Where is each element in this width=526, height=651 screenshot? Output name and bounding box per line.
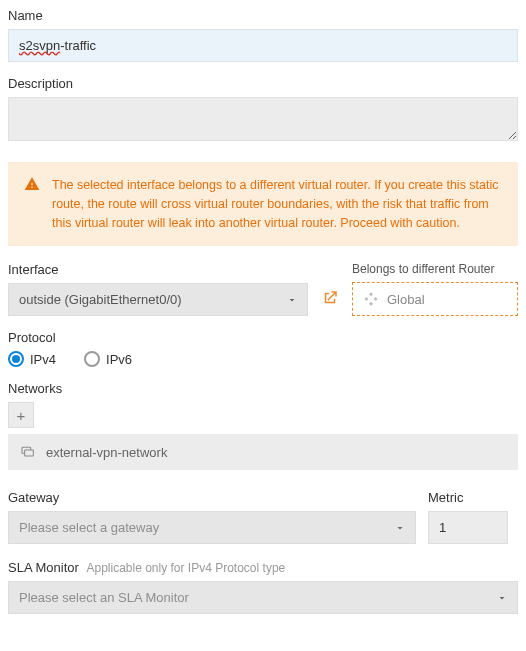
svg-rect-1 <box>25 450 34 456</box>
name-input[interactable]: s2svpn-traffic <box>8 29 518 62</box>
name-value-misspelled: s2svpn <box>19 38 60 53</box>
name-value-rest: -traffic <box>60 38 96 53</box>
metric-label: Metric <box>428 490 518 505</box>
name-label: Name <box>8 8 518 23</box>
protocol-ipv6-label: IPv6 <box>106 352 132 367</box>
radio-selected-icon <box>8 351 24 367</box>
warning-text: The selected interface belongs to a diff… <box>52 176 502 232</box>
description-label: Description <box>8 76 518 91</box>
networks-label: Networks <box>8 381 518 396</box>
protocol-ipv4-label: IPv4 <box>30 352 56 367</box>
description-textarea[interactable] <box>8 97 518 141</box>
belongs-router-value: Global <box>387 292 425 307</box>
network-list-item[interactable]: external-vpn-network <box>8 434 518 470</box>
belongs-router-box: Global <box>352 282 518 316</box>
plus-icon: + <box>17 407 26 424</box>
network-icon <box>20 444 36 460</box>
globe-icon <box>363 291 379 307</box>
metric-input[interactable] <box>428 511 508 544</box>
open-external-icon[interactable] <box>320 282 340 314</box>
sla-hint: Applicable only for IPv4 Protocol type <box>86 561 285 575</box>
interface-select[interactable]: outside (GigabitEthernet0/0) <box>8 283 308 316</box>
interface-label: Interface <box>8 262 308 277</box>
belongs-label: Belongs to different Router <box>352 262 518 276</box>
network-item-label: external-vpn-network <box>46 445 167 460</box>
warning-icon <box>24 176 40 192</box>
warning-alert: The selected interface belongs to a diff… <box>8 162 518 246</box>
gateway-label: Gateway <box>8 490 416 505</box>
protocol-ipv6-radio[interactable]: IPv6 <box>84 351 132 367</box>
gateway-select[interactable]: Please select a gateway <box>8 511 416 544</box>
protocol-ipv4-radio[interactable]: IPv4 <box>8 351 56 367</box>
protocol-label: Protocol <box>8 330 518 345</box>
sla-select[interactable]: Please select an SLA Monitor <box>8 581 518 614</box>
sla-label: SLA Monitor <box>8 560 79 575</box>
radio-unselected-icon <box>84 351 100 367</box>
add-network-button[interactable]: + <box>8 402 34 428</box>
